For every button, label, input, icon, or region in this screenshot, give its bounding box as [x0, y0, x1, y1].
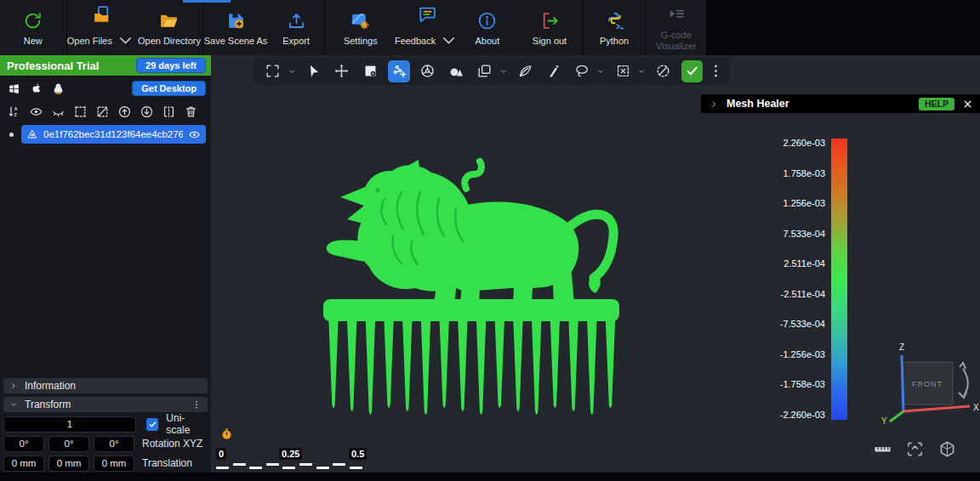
legend-value: 1.256e-03: [783, 199, 825, 208]
open-directory-icon: [158, 10, 179, 31]
settings-button[interactable]: Settings: [325, 0, 396, 55]
new-button[interactable]: New: [0, 0, 66, 55]
move-down-icon[interactable]: [140, 105, 154, 119]
linux-icon[interactable]: [51, 82, 66, 96]
primitives-button[interactable]: [445, 60, 467, 82]
legend-color-bar: [831, 139, 847, 420]
gcode-visualizer-label: G-code Visualizer: [654, 30, 698, 51]
duplicate-icon: [476, 63, 493, 79]
deform-button[interactable]: [515, 60, 537, 82]
scale-input[interactable]: 1: [3, 416, 136, 433]
confirm-check-icon: [684, 63, 700, 79]
measure-ruler-icon[interactable]: [873, 439, 892, 459]
legend-labels: 2.260e-03 1.758e-03 1.256e-03 7.533e-04 …: [721, 139, 825, 420]
mirror-icon[interactable]: [162, 105, 176, 119]
scene-tree-item[interactable]: 0e1f762bec31d123f64ee4cb2760f: [21, 125, 206, 144]
hollow-button[interactable]: [652, 60, 675, 82]
sign-out-button[interactable]: Sign out: [516, 0, 583, 55]
print-time-button[interactable]: [215, 423, 237, 444]
lasso-icon: [574, 63, 590, 79]
mesh-healer-icon: [391, 63, 407, 79]
export-icon: [286, 10, 307, 31]
lasso-button[interactable]: [572, 60, 594, 82]
sort-icon[interactable]: AZ: [7, 105, 21, 119]
transform-panel-header[interactable]: Transform: [3, 397, 208, 412]
mesh-item-id: 0e1f762bec31d123f64ee4cb2760f: [43, 129, 183, 139]
translation-row: 0 mm 0 mm 0 mm Translation: [3, 455, 208, 472]
open-directory-button[interactable]: Open Directory: [136, 0, 202, 55]
scale-ruler-bar: [216, 463, 368, 469]
stopwatch-icon: [219, 427, 234, 441]
mesh-healer-panel-header: Mesh Healer HELP: [701, 94, 980, 113]
duplicate-button[interactable]: [474, 60, 496, 82]
tree-bullet: [9, 133, 14, 137]
translation-y-input[interactable]: 0 mm: [48, 456, 89, 472]
model-lion-comb[interactable]: [313, 153, 630, 423]
perspective-cube-icon[interactable]: [937, 439, 957, 459]
chevron-down-icon[interactable]: [499, 67, 508, 76]
transform-menu-kebab-icon[interactable]: [191, 399, 202, 410]
fit-screen-icon[interactable]: [905, 439, 925, 459]
export-label: Export: [282, 36, 310, 46]
translation-x-input[interactable]: 0 mm: [3, 456, 44, 472]
rotate-gizmo-button[interactable]: [417, 60, 439, 82]
gizmo-x-label: X: [973, 403, 979, 412]
svg-text:A: A: [14, 106, 18, 111]
apple-icon[interactable]: [29, 82, 43, 96]
feedback-icon: [417, 4, 438, 25]
legend-value: 2.511e-04: [783, 259, 825, 269]
show-all-eye-icon[interactable]: [29, 105, 43, 119]
orientation-gizmo[interactable]: FRONT Z X Y: [876, 340, 980, 425]
translation-z-input[interactable]: 0 mm: [94, 456, 134, 472]
save-scene-icon: [225, 10, 247, 31]
delete-icon[interactable]: [184, 105, 198, 119]
rotation-x-input[interactable]: 0°: [3, 436, 44, 452]
rotation-y-input[interactable]: 0°: [48, 436, 89, 452]
feedback-button[interactable]: Feedback: [396, 0, 459, 55]
scale-row: 1 Uni-scale: [3, 416, 208, 433]
viewport-3d[interactable]: Mesh Healer HELP: [211, 55, 980, 473]
box-select-button[interactable]: [612, 60, 634, 82]
legend-value: -1.758e-03: [780, 380, 825, 389]
mesh-healer-title: Mesh Healer: [726, 98, 911, 110]
chevron-down-icon[interactable]: [596, 67, 605, 76]
hide-all-eye-icon[interactable]: [51, 105, 66, 119]
license-plan-label: Professional Trial: [7, 59, 136, 72]
confirm-button[interactable]: [681, 60, 704, 82]
windows-icon[interactable]: [7, 82, 21, 96]
ruler-tick: 0: [216, 448, 226, 460]
comb-teeth: [328, 314, 615, 415]
about-button[interactable]: About: [459, 0, 517, 55]
surface-edit-button[interactable]: [360, 60, 382, 82]
cursor-tool-button[interactable]: [303, 60, 325, 82]
rotation-z-input[interactable]: 0°: [94, 436, 134, 452]
gizmo-y-label: Y: [881, 416, 887, 425]
open-files-button[interactable]: Open Files: [67, 0, 137, 55]
help-badge[interactable]: HELP: [919, 98, 954, 110]
mesh-healer-button[interactable]: [388, 60, 410, 82]
uniscale-label: Uni-scale: [166, 412, 208, 436]
legend-value: 7.533e-04: [783, 229, 825, 239]
python-label: Python: [600, 36, 629, 46]
close-icon[interactable]: [962, 99, 973, 110]
chevron-down-icon[interactable]: [288, 67, 296, 76]
days-left-badge[interactable]: 29 days left: [136, 58, 206, 73]
uniscale-checkbox[interactable]: [146, 418, 159, 431]
export-button[interactable]: Export: [268, 0, 324, 55]
deselect-all-icon[interactable]: [95, 105, 110, 119]
move-tool-button[interactable]: [331, 60, 353, 82]
main-toolbar: New Open Files Open Directory Save Scene…: [0, 0, 706, 55]
information-panel-header[interactable]: Information: [3, 378, 208, 393]
fit-view-button[interactable]: [262, 60, 284, 82]
brush-button[interactable]: [543, 60, 565, 82]
chevron-right-icon[interactable]: [709, 99, 719, 109]
hollow-icon: [655, 63, 671, 79]
python-button[interactable]: Python: [584, 0, 646, 55]
more-tools-button[interactable]: [709, 60, 721, 82]
save-scene-as-button[interactable]: Save Scene As: [203, 0, 269, 55]
select-all-icon[interactable]: [73, 105, 88, 119]
move-up-icon[interactable]: [117, 105, 132, 119]
chevron-down-icon[interactable]: [637, 67, 646, 76]
item-visibility-eye-icon[interactable]: [188, 128, 201, 141]
get-desktop-button[interactable]: Get Desktop: [132, 81, 206, 96]
